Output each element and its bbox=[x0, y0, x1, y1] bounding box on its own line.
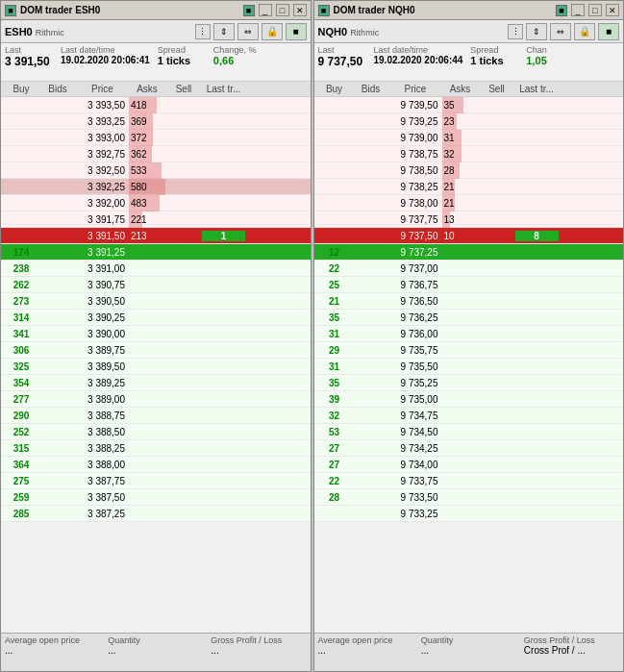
table-row[interactable]: 2733 390,50 bbox=[1, 293, 311, 310]
buy-cell[interactable]: 22 bbox=[316, 263, 353, 274]
buy-cell[interactable]: 25 bbox=[316, 280, 353, 290]
buy-cell[interactable]: 35 bbox=[316, 378, 353, 388]
buy-cell[interactable]: 306 bbox=[3, 345, 39, 356]
table-row[interactable]: 3153 388,25 bbox=[1, 440, 311, 457]
buy-cell[interactable]: 31 bbox=[316, 329, 353, 339]
table-row[interactable]: 9 738,2521 bbox=[314, 179, 624, 195]
table-row[interactable]: 1743 391,25 bbox=[1, 244, 311, 261]
buy-cell[interactable]: 22 bbox=[316, 476, 353, 486]
table-row[interactable]: 3253 389,50 bbox=[1, 359, 311, 375]
buy-cell[interactable]: 315 bbox=[3, 443, 39, 454]
table-row[interactable]: 3063 389,75 bbox=[1, 342, 311, 359]
table-row[interactable]: 359 736,25 bbox=[314, 310, 624, 326]
table-row[interactable]: 3143 390,25 bbox=[1, 310, 311, 326]
table-row[interactable]: 329 734,75 bbox=[314, 408, 624, 424]
table-row[interactable]: 9 737,7513 bbox=[314, 212, 624, 228]
minimize-button[interactable]: _ bbox=[571, 4, 585, 16]
table-row[interactable]: 3 392,00483 bbox=[1, 195, 311, 212]
maximize-button[interactable]: □ bbox=[588, 4, 602, 16]
settings-button[interactable]: ■ bbox=[598, 23, 619, 40]
buy-cell[interactable]: 21 bbox=[316, 296, 353, 307]
table-row[interactable]: 9 739,0031 bbox=[314, 130, 624, 146]
buy-cell[interactable]: 31 bbox=[316, 361, 353, 372]
buy-cell[interactable]: 174 bbox=[3, 247, 39, 258]
table-row[interactable]: 9 739,2523 bbox=[314, 113, 624, 130]
table-row[interactable]: 359 735,25 bbox=[314, 375, 624, 391]
menu-button[interactable]: ⋮ bbox=[508, 24, 523, 39]
buy-cell[interactable]: 53 bbox=[316, 427, 353, 437]
buy-cell[interactable]: 275 bbox=[3, 476, 39, 486]
table-row[interactable]: 3 393,00372 bbox=[1, 130, 311, 146]
table-row[interactable]: 2903 388,75 bbox=[1, 408, 311, 424]
table-row[interactable]: 3 393,25369 bbox=[1, 113, 311, 130]
buy-cell[interactable]: 27 bbox=[316, 443, 353, 454]
table-row[interactable]: 299 735,75 bbox=[314, 342, 624, 359]
table-row[interactable]: 319 735,50 bbox=[314, 359, 624, 375]
table-row[interactable]: 3 393,50418 bbox=[1, 97, 311, 113]
table-row[interactable]: 279 734,25 bbox=[314, 440, 624, 457]
table-row[interactable]: 2523 388,50 bbox=[1, 424, 311, 440]
table-row[interactable]: 399 735,00 bbox=[314, 391, 624, 408]
buy-cell[interactable]: 314 bbox=[3, 312, 39, 323]
table-row[interactable]: 9 738,0021 bbox=[314, 195, 624, 212]
table-row[interactable]: 3 392,50533 bbox=[1, 162, 311, 179]
buy-cell[interactable]: 39 bbox=[316, 394, 353, 405]
table-row[interactable]: 9 738,5028 bbox=[314, 162, 624, 179]
table-row[interactable]: 219 736,50 bbox=[314, 293, 624, 310]
buy-cell[interactable]: 325 bbox=[3, 361, 39, 372]
reverse-button[interactable]: ⇔ bbox=[237, 23, 259, 40]
table-row[interactable]: 9 738,7532 bbox=[314, 146, 624, 162]
buy-cell[interactable]: 290 bbox=[3, 411, 39, 421]
table-row[interactable]: 9 739,5035 bbox=[314, 97, 624, 113]
buy-cell[interactable]: 354 bbox=[3, 378, 39, 388]
buy-cell[interactable]: 28 bbox=[316, 492, 353, 503]
table-row[interactable]: 539 734,50 bbox=[314, 424, 624, 440]
buy-cell[interactable]: 285 bbox=[3, 509, 39, 519]
buy-cell[interactable]: 252 bbox=[3, 427, 39, 437]
close-button[interactable]: ✕ bbox=[606, 4, 619, 16]
table-row[interactable]: 3543 389,25 bbox=[1, 375, 311, 391]
settings-button[interactable]: ■ bbox=[286, 23, 307, 40]
table-row[interactable]: 259 736,75 bbox=[314, 277, 624, 293]
buy-cell[interactable]: 277 bbox=[3, 394, 39, 405]
buy-cell[interactable]: 29 bbox=[316, 345, 353, 356]
table-row[interactable]: 229 733,75 bbox=[314, 473, 624, 489]
buy-cell[interactable]: 341 bbox=[3, 329, 39, 339]
buy-cell[interactable]: 32 bbox=[316, 411, 353, 421]
buy-cell[interactable]: 262 bbox=[3, 280, 39, 290]
table-row[interactable]: 129 737,25 bbox=[314, 244, 624, 261]
buy-cell[interactable]: 27 bbox=[316, 460, 353, 470]
table-row[interactable]: 319 736,00 bbox=[314, 326, 624, 342]
table-row[interactable]: 3643 388,00 bbox=[1, 457, 311, 473]
buy-cell[interactable]: 35 bbox=[316, 312, 353, 323]
table-row[interactable]: 2593 387,50 bbox=[1, 489, 311, 506]
table-row[interactable]: 3 391,502131 bbox=[1, 228, 311, 244]
buy-cell[interactable]: 238 bbox=[3, 263, 39, 274]
table-row[interactable]: 279 734,00 bbox=[314, 457, 624, 473]
buy-cell[interactable]: 364 bbox=[3, 460, 39, 470]
lock-button[interactable]: 🔒 bbox=[574, 23, 595, 40]
table-row[interactable]: 3413 390,00 bbox=[1, 326, 311, 342]
menu-button[interactable]: ⋮ bbox=[195, 24, 211, 39]
flatten-button[interactable]: ⇕ bbox=[213, 23, 235, 40]
lock-button[interactable]: 🔒 bbox=[262, 23, 283, 40]
maximize-button[interactable]: □ bbox=[276, 4, 289, 16]
table-row[interactable]: 2773 389,00 bbox=[1, 391, 311, 408]
table-row[interactable]: 2753 387,75 bbox=[1, 473, 311, 489]
table-row[interactable]: 2623 390,75 bbox=[1, 277, 311, 293]
buy-cell[interactable]: 12 bbox=[316, 247, 353, 258]
table-row[interactable]: 9 733,25 bbox=[314, 506, 624, 522]
close-button[interactable]: ✕ bbox=[293, 4, 307, 16]
flatten-button[interactable]: ⇕ bbox=[526, 23, 547, 40]
table-row[interactable]: 3 392,75362 bbox=[1, 146, 311, 162]
buy-cell[interactable]: 259 bbox=[3, 492, 39, 503]
reverse-button[interactable]: ⇔ bbox=[550, 23, 571, 40]
table-row[interactable]: 229 737,00 bbox=[314, 261, 624, 277]
table-row[interactable]: 289 733,50 bbox=[314, 489, 624, 506]
buy-cell[interactable]: 273 bbox=[3, 296, 39, 307]
table-row[interactable]: 9 737,50108 bbox=[314, 228, 624, 244]
table-row[interactable]: 2853 387,25 bbox=[1, 506, 311, 522]
table-row[interactable]: 3 392,25580 bbox=[1, 179, 311, 195]
minimize-button[interactable]: _ bbox=[259, 4, 272, 16]
table-row[interactable]: 3 391,75221 bbox=[1, 212, 311, 228]
